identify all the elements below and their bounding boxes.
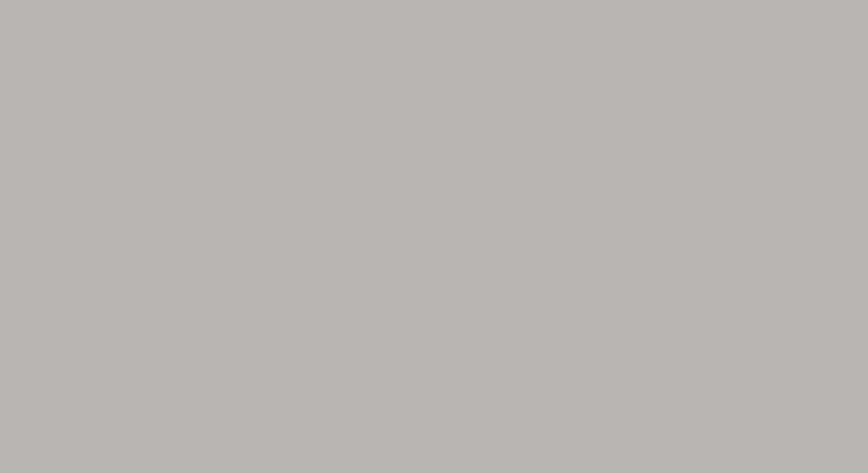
chart-workspace xyxy=(0,0,868,473)
